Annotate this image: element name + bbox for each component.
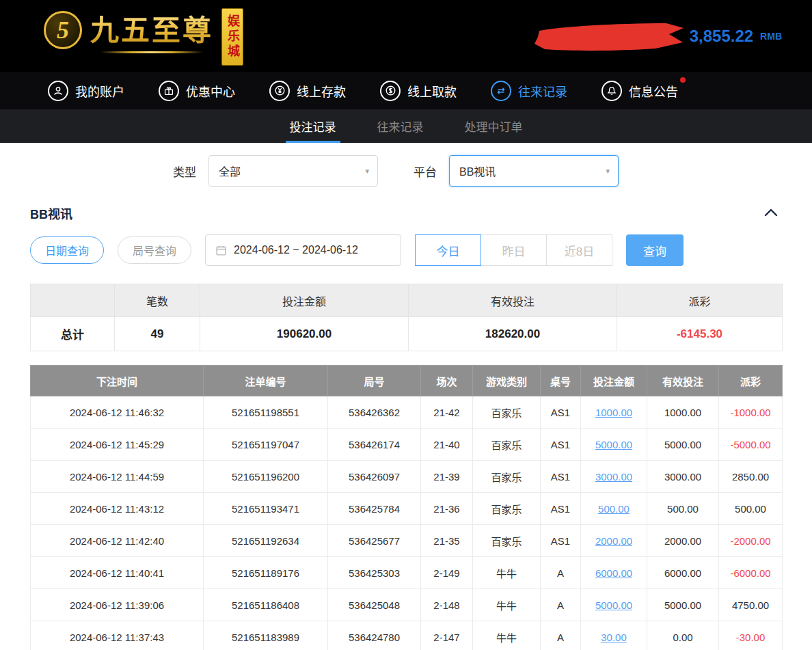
cell-valid-bet: 5000.00: [647, 429, 719, 461]
bet-records-table: 下注时间 注单编号 局号 场次 游戏类别 桌号 投注金额 有效投注 派彩 202…: [30, 365, 783, 650]
type-label: 类型: [173, 163, 196, 180]
table-row: 2024-06-12 11:46:32521651198551536426362…: [31, 396, 783, 429]
logo-coin-icon: 5: [44, 11, 82, 49]
cell-game-type: 牛牛: [473, 621, 541, 650]
brand-badge: 娱乐城: [221, 8, 243, 66]
cell-bet-time: 2024-06-12 11:46:32: [31, 396, 204, 429]
search-button[interactable]: 查询: [626, 234, 684, 266]
yesterday-button[interactable]: 昨日: [481, 234, 547, 266]
cell-round-id: 536425784: [328, 493, 421, 525]
cell-session: 21-36: [421, 493, 473, 525]
today-button[interactable]: 今日: [415, 234, 481, 266]
cell-game-type: 百家乐: [473, 461, 541, 493]
cell-bet-id: 521651193471: [204, 493, 328, 525]
section-header: BB视讯: [0, 192, 812, 226]
cell-bet-amount: 3000.00: [581, 461, 647, 493]
cell-bet-time: 2024-06-12 11:39:06: [31, 589, 204, 621]
cell-valid-bet: 6000.00: [647, 557, 719, 589]
bell-icon: [601, 81, 622, 101]
tab-transaction-records[interactable]: 往来记录: [373, 109, 428, 143]
nav-item-transaction-records[interactable]: 往来记录: [491, 81, 567, 101]
col-header-table-no: 桌号: [541, 366, 581, 396]
cell-table-no: AS1: [541, 429, 581, 461]
summary-header-bet-amount: 投注金额: [200, 284, 409, 317]
cell-table-no: AS1: [541, 525, 581, 557]
cell-bet-amount: 500.00: [581, 493, 647, 525]
cell-table-no: AS1: [541, 396, 581, 429]
bet-amount-link[interactable]: 6000.00: [595, 567, 632, 579]
cell-valid-bet: 500.00: [647, 493, 719, 525]
chevron-down-icon: ▾: [365, 167, 369, 176]
balance-currency: RMB: [760, 31, 782, 42]
nav-item-deposit[interactable]: 线上存款: [269, 81, 346, 101]
cell-table-no: A: [541, 557, 581, 589]
nav-item-withdraw[interactable]: 线上取款: [380, 81, 457, 101]
cell-bet-amount: 30.00: [581, 621, 647, 650]
date-range-input[interactable]: 2024-06-12 ~ 2024-06-12: [205, 234, 401, 266]
cell-bet-id: 521651183989: [204, 621, 328, 650]
bet-amount-link[interactable]: 5000.00: [595, 599, 632, 611]
cell-round-id: 536426362: [328, 396, 421, 429]
cell-game-type: 百家乐: [473, 429, 541, 461]
section-title: BB视讯: [30, 204, 72, 222]
table-row: 2024-06-12 11:45:29521651197047536426174…: [31, 429, 783, 461]
nav-item-my-account[interactable]: 我的账户: [48, 81, 124, 101]
cell-valid-bet: 0.00: [647, 621, 719, 650]
col-header-bet-time: 下注时间: [31, 366, 204, 396]
table-row: 2024-06-12 11:44:59521651196200536426097…: [31, 461, 783, 493]
filter-row: 类型 全部 ▾ 平台 BB视讯 ▾: [0, 143, 812, 192]
bet-amount-link[interactable]: 1000.00: [595, 407, 632, 418]
col-header-payout: 派彩: [719, 366, 783, 396]
cell-bet-amount: 6000.00: [581, 557, 647, 589]
nav-item-promotions[interactable]: 优惠中心: [159, 81, 235, 101]
nav-label: 线上取款: [407, 82, 457, 100]
nav-label: 优惠中心: [186, 82, 235, 100]
cell-bet-id: 521651198551: [204, 396, 328, 429]
bet-amount-link[interactable]: 3000.00: [595, 471, 632, 483]
logo-symbol: 5: [57, 16, 69, 44]
cell-payout: -5000.00: [719, 429, 783, 461]
cell-bet-id: 521651192634: [204, 525, 328, 557]
date-query-button[interactable]: 日期查询: [30, 236, 104, 264]
calendar-icon: [215, 245, 227, 256]
withdraw-coin-icon: [380, 81, 401, 101]
cell-game-type: 牛牛: [473, 557, 541, 589]
cell-round-id: 536424780: [328, 621, 421, 650]
cell-table-no: AS1: [541, 461, 581, 493]
cell-table-no: AS1: [541, 493, 581, 525]
platform-select-value: BB视讯: [459, 163, 496, 179]
tab-betting-records[interactable]: 投注记录: [286, 109, 340, 143]
redacted-username-scribble: [532, 21, 684, 52]
bet-amount-link[interactable]: 500.00: [598, 503, 630, 515]
cell-bet-time: 2024-06-12 11:45:29: [31, 429, 204, 461]
tab-processing-orders[interactable]: 处理中订单: [461, 109, 527, 143]
col-header-game-type: 游戏类别: [473, 366, 541, 396]
table-row: 2024-06-12 11:37:43521651183989536424780…: [31, 621, 783, 650]
summary-bet-amount: 190620.00: [200, 317, 409, 351]
bet-amount-link[interactable]: 5000.00: [595, 439, 632, 450]
bet-amount-link[interactable]: 30.00: [601, 632, 627, 643]
bet-table-body: 2024-06-12 11:46:32521651198551536426362…: [31, 396, 783, 650]
transfer-arrows-icon: [491, 81, 511, 101]
round-query-button[interactable]: 局号查询: [118, 236, 191, 264]
cell-valid-bet: 2000.00: [647, 525, 719, 557]
collapse-chevron-up-icon[interactable]: [761, 204, 781, 222]
balance-area: 3,855.22 RMB: [532, 21, 782, 52]
platform-label: 平台: [414, 163, 437, 180]
cell-session: 21-35: [421, 525, 473, 557]
last-8-days-button[interactable]: 近8日: [546, 234, 612, 266]
cell-payout: 500.00: [719, 493, 783, 525]
cell-bet-amount: 5000.00: [581, 429, 647, 461]
platform-select[interactable]: BB视讯 ▾: [449, 155, 619, 187]
summary-total-row: 总计 49 190620.00 182620.00 -6145.30: [31, 317, 783, 351]
sub-nav: 投注记录 往来记录 处理中订单: [0, 109, 812, 143]
brand-wrap: 九五至尊: [90, 7, 213, 53]
logo[interactable]: 5 九五至尊 娱乐城: [44, 7, 243, 66]
summary-table: 笔数 投注金额 有效投注 派彩 总计 49 190620.00 182620.0…: [30, 284, 783, 351]
col-header-bet-amount: 投注金额: [581, 366, 647, 396]
quick-range-group: 今日 昨日 近8日: [415, 234, 612, 266]
cell-round-id: 536426174: [328, 429, 421, 461]
nav-item-announcements[interactable]: 信息公告: [601, 81, 678, 101]
type-select[interactable]: 全部 ▾: [208, 155, 378, 187]
bet-amount-link[interactable]: 2000.00: [595, 535, 632, 547]
